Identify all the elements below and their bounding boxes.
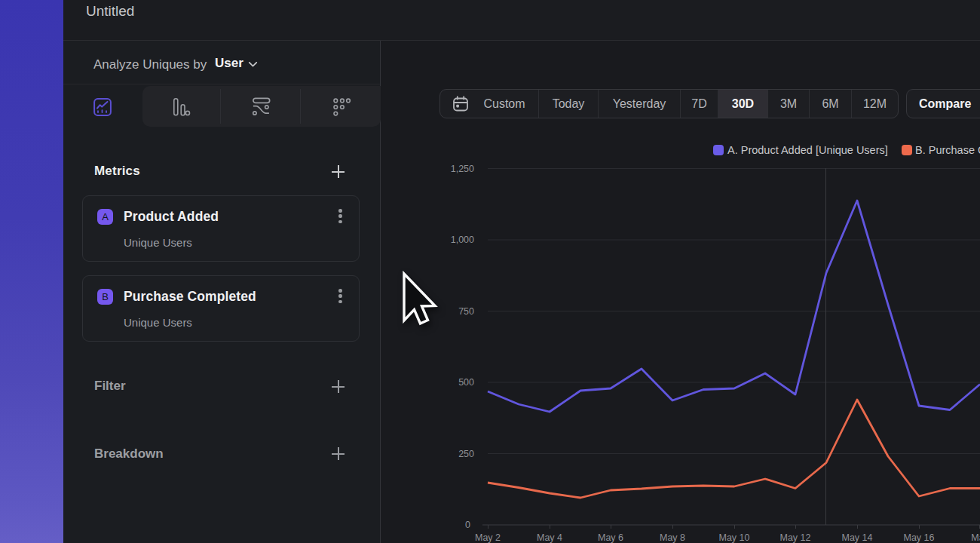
- svg-text:750: 750: [458, 306, 474, 317]
- svg-text:May 4: May 4: [537, 532, 562, 543]
- svg-text:May 10: May 10: [719, 532, 750, 543]
- svg-text:0: 0: [465, 520, 470, 530]
- svg-text:250: 250: [458, 449, 474, 459]
- svg-text:1,000: 1,000: [451, 235, 474, 245]
- svg-text:May 6: May 6: [598, 532, 623, 543]
- svg-text:May 16: May 16: [904, 532, 935, 543]
- svg-text:May 8: May 8: [660, 532, 685, 543]
- svg-text:Ma: Ma: [971, 532, 980, 543]
- svg-text:May 2: May 2: [475, 532, 501, 543]
- svg-text:1,250: 1,250: [451, 164, 474, 174]
- svg-text:May 12: May 12: [780, 532, 811, 543]
- svg-text:500: 500: [458, 377, 474, 388]
- svg-text:May 14: May 14: [842, 532, 873, 543]
